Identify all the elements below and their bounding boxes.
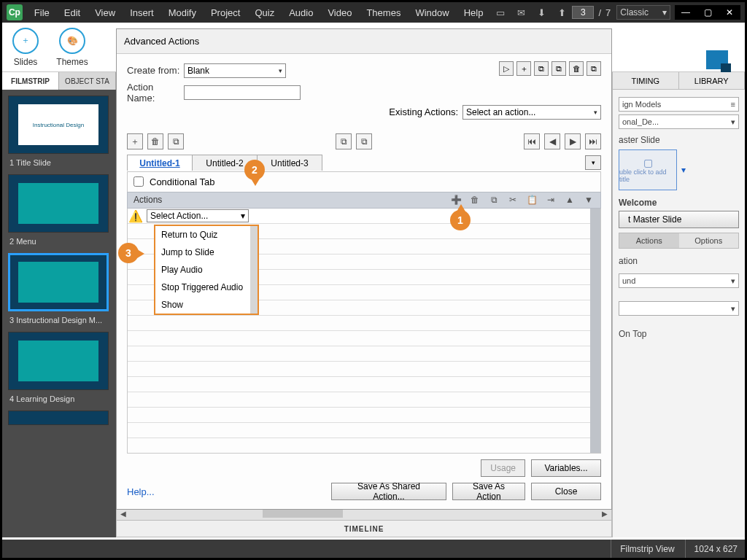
action-row[interactable] [128, 331, 600, 346]
slide-thumb-2[interactable] [8, 174, 109, 233]
add-action-icon[interactable]: ＋ [516, 61, 531, 76]
dd-item-play-audio[interactable]: Play Audio [155, 261, 258, 279]
scroll-right-icon[interactable]: ▶ [600, 508, 610, 518]
window-minimize-button[interactable]: — [675, 5, 697, 20]
group-right-icon[interactable]: ⧉ [356, 133, 372, 149]
tab-filmstrip[interactable]: FILMSTRIP [2, 72, 59, 90]
action-name-input[interactable] [184, 85, 301, 100]
save-as-shared-button[interactable]: Save As Shared Action... [331, 483, 446, 500]
dd-item-return-to-quiz[interactable]: Return to Quiz [155, 226, 258, 244]
move-down-icon[interactable]: ▼ [583, 195, 595, 205]
paste-row-icon[interactable]: 📋 [526, 195, 538, 205]
menu-view[interactable]: View [88, 7, 123, 18]
delete-decision-button[interactable]: 🗑 [147, 133, 163, 149]
menu-window[interactable]: Window [408, 7, 456, 18]
select-action-combo[interactable]: Select Action...▾ [147, 209, 249, 222]
slide-thumb-1[interactable]: Instructional Design [8, 96, 109, 154]
prop-und[interactable]: und▾ [619, 273, 739, 288]
decision-tab-3[interactable]: Untitled-3 [257, 155, 322, 171]
dd-item-show[interactable]: Show [155, 296, 258, 314]
ribbon-themes[interactable]: 🎨 Themes [49, 28, 96, 67]
chevron-down-icon[interactable]: ▾ [681, 165, 686, 175]
help-link[interactable]: Help... [127, 486, 155, 497]
slide-thumb-4[interactable] [8, 332, 109, 390]
add-decision-button[interactable]: ＋ [127, 133, 143, 149]
existing-actions-value: Select an action... [466, 107, 535, 117]
slide-label-2: 2 Menu [8, 236, 110, 253]
action-row[interactable] [128, 438, 600, 454]
reset-master-button[interactable]: t Master Slide [619, 211, 739, 228]
window-maximize-button[interactable]: ▢ [697, 5, 719, 20]
menu-video[interactable]: Video [320, 7, 359, 18]
tab-library[interactable]: LIBRARY [679, 72, 746, 89]
close-button[interactable]: Close [531, 483, 601, 500]
prop-empty[interactable]: ▾ [619, 301, 739, 316]
decision-tabs-dropdown[interactable]: ▾ [585, 155, 601, 170]
menu-audio[interactable]: Audio [282, 7, 320, 18]
menu-project[interactable]: Project [204, 7, 247, 18]
slide-thumb-5[interactable] [8, 411, 109, 425]
slide-thumb-3[interactable] [8, 253, 109, 311]
subtab-actions[interactable]: Actions [619, 233, 679, 248]
duplicate-decision-button[interactable]: ⧉ [168, 133, 184, 149]
preview-action-icon[interactable]: ▷ [499, 61, 514, 76]
nav-prev-icon[interactable]: ◀ [544, 133, 560, 149]
usage-button[interactable]: Usage [481, 459, 525, 477]
variables-button[interactable]: Variables... [531, 459, 601, 477]
download-icon[interactable]: ⬇ [534, 6, 549, 19]
workspace-dropdown[interactable]: Classic▾ [616, 5, 670, 20]
insert-row-icon[interactable]: ⇥ [545, 195, 557, 205]
action-row[interactable] [128, 408, 600, 423]
action-row[interactable] [128, 316, 600, 331]
menu-insert[interactable]: Insert [123, 7, 161, 18]
action-row[interactable] [128, 423, 600, 438]
export-action-icon[interactable]: ⧉ [551, 61, 566, 76]
menu-quiz[interactable]: Quiz [247, 7, 282, 18]
tab-timing[interactable]: TIMING [613, 72, 679, 89]
nav-last-icon[interactable]: ⏭ [585, 133, 601, 149]
scroll-left-icon[interactable]: ◀ [118, 508, 128, 518]
copy-row-icon[interactable]: ⧉ [488, 195, 500, 205]
master-slide-thumb[interactable]: ▢ uble click to add title [619, 149, 677, 190]
nav-first-icon[interactable]: ⏮ [524, 133, 540, 149]
delete-action-icon[interactable]: 🗑 [569, 61, 584, 76]
dd-item-jump-to-slide[interactable]: Jump to Slide [155, 244, 258, 261]
save-as-action-button[interactable]: Save As Action [452, 483, 525, 500]
menu-help[interactable]: Help [457, 7, 491, 18]
upload-icon[interactable]: ⬆ [554, 6, 569, 19]
action-row[interactable]: ⚠️ Select Action...▾ [128, 209, 600, 224]
action-row[interactable] [128, 362, 600, 377]
grid-scrollbar[interactable] [590, 209, 600, 453]
current-slide-input[interactable] [572, 6, 594, 19]
nav-next-icon[interactable]: ▶ [565, 133, 581, 149]
move-up-icon[interactable]: ▲ [564, 195, 576, 205]
timeline-label[interactable]: TIMELINE [117, 521, 611, 537]
action-row[interactable] [128, 392, 600, 408]
scroll-thumb[interactable] [263, 509, 343, 518]
action-row[interactable] [128, 377, 600, 392]
cut-row-icon[interactable]: ✂ [507, 195, 519, 205]
conditional-checkbox[interactable] [133, 176, 144, 187]
menu-themes[interactable]: Themes [359, 7, 408, 18]
decision-tab-1[interactable]: Untitled-1 [127, 155, 193, 171]
dropdown-scrollbar[interactable] [250, 226, 258, 314]
mail-icon[interactable]: ✉ [514, 6, 528, 19]
delete-row-icon[interactable]: 🗑 [469, 195, 481, 205]
window-close-button[interactable]: ✕ [719, 5, 740, 20]
create-from-combo[interactable]: Blank▾ [184, 63, 286, 78]
ribbon-slides[interactable]: ＋ Slides [2, 28, 49, 67]
menu-file[interactable]: File [27, 7, 57, 18]
menu-modify[interactable]: Modify [161, 7, 204, 18]
tab-object-state[interactable]: OBJECT STA [59, 72, 116, 90]
duplicate-action-icon[interactable]: ⧉ [587, 61, 601, 76]
theme-name-field[interactable]: onal_De...▾ [619, 114, 739, 129]
existing-actions-combo[interactable]: Select an action...▾ [462, 105, 601, 120]
menu-edit[interactable]: Edit [57, 7, 88, 18]
group-left-icon[interactable]: ⧉ [336, 133, 352, 149]
action-row[interactable] [128, 346, 600, 362]
slide-name-field[interactable]: ign Models≡ [619, 97, 739, 112]
preview-icon[interactable]: ▭ [493, 6, 508, 19]
import-action-icon[interactable]: ⧉ [534, 61, 549, 76]
dd-item-stop-triggered-audio[interactable]: Stop Triggered Audio [155, 279, 258, 296]
subtab-options[interactable]: Options [679, 233, 739, 248]
